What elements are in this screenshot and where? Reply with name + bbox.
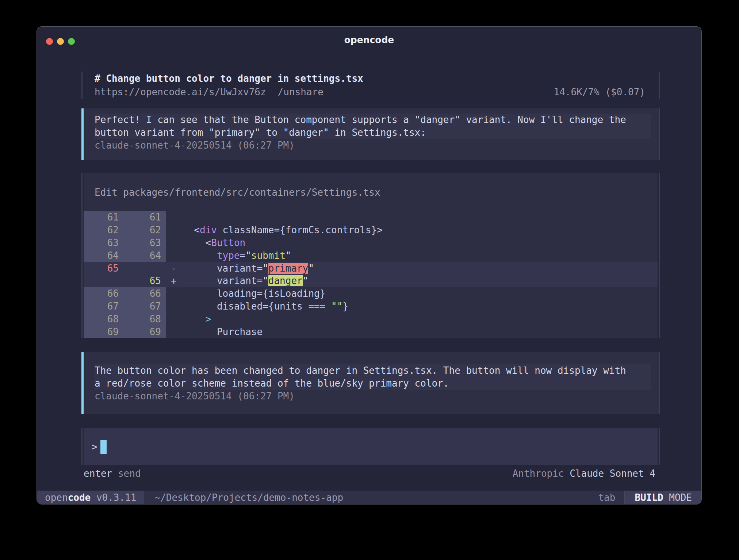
diff-row: 6969 Purchase <box>84 325 658 338</box>
message-model-timestamp: claude-sonnet-4-20250514 (06:27 PM) <box>95 139 651 152</box>
text-cursor[interactable] <box>100 440 107 454</box>
new-line-number: 62 <box>119 225 161 235</box>
code-token: {units <box>268 301 309 312</box>
app-version: v0.3.11 <box>91 492 136 503</box>
diff-row: 6262 <div className={formCs.controls}> <box>84 224 658 237</box>
code-token: submit <box>251 250 286 261</box>
code-token: danger <box>268 275 303 286</box>
app-window: opencode # Change button color to danger… <box>37 26 702 505</box>
message-line: button variant from "primary" to "danger… <box>95 126 651 139</box>
edit-file-path: Edit packages/frontend/src/containers/Se… <box>84 173 658 211</box>
code-token: = <box>240 250 246 261</box>
code-token: loading= <box>183 288 263 299</box>
code-token: Button <box>211 237 245 248</box>
old-line-number: 69 <box>84 326 119 337</box>
diff-line-numbers: 65 <box>84 275 166 287</box>
code-token: type <box>217 250 240 261</box>
send-action-label: send <box>112 468 141 479</box>
assistant-message-1: Perfect! I can see that the Button compo… <box>81 108 660 160</box>
diff-change-marker: - <box>166 263 183 274</box>
old-line-number: 63 <box>84 237 119 248</box>
section-right-border <box>659 72 660 99</box>
diff-code-line: variant="primary" <box>183 263 314 274</box>
diff-code-line: Purchase <box>183 326 263 337</box>
code-token <box>325 301 331 312</box>
mode-suffix: MODE <box>663 492 692 503</box>
mode-segment[interactable]: BUILD MODE <box>624 491 701 504</box>
diff-row: 6464 type="submit" <box>84 249 658 262</box>
message-line: The button color has been changed to dan… <box>95 364 651 377</box>
hint-row: enter send Anthropic Claude Sonnet 4 <box>81 467 660 480</box>
diff-line-numbers: 6868 <box>84 312 166 325</box>
section-left-border <box>81 173 83 338</box>
diff-line-numbers: 6666 <box>84 287 166 300</box>
section-left-border <box>81 428 83 465</box>
diff-code-line: disabled={units === ""} <box>183 301 348 312</box>
message-line: Perfect! I can see that the Button compo… <box>95 114 651 126</box>
code-token: " <box>245 250 251 261</box>
diff-row: 6363 <Button <box>84 237 658 249</box>
code-token: " <box>263 275 268 286</box>
diff-line-numbers: 6969 <box>84 325 166 338</box>
edit-tool-card: Edit packages/frontend/src/containers/Se… <box>81 173 660 338</box>
diff-code-line: <Button <box>183 237 245 248</box>
prompt-symbol: > <box>92 441 97 452</box>
diff-line-numbers: 6363 <box>84 237 166 249</box>
diff-row: 6161 <box>84 211 658 224</box>
mode-name: BUILD <box>635 492 663 503</box>
new-line-number: 67 <box>119 301 161 312</box>
share-url-link[interactable]: https://opencode.ai/s/UwJxv76z <box>95 85 266 99</box>
code-token: variant= <box>183 263 263 274</box>
diff-line-numbers: 6464 <box>84 249 166 262</box>
new-line-number: 63 <box>119 237 161 248</box>
code-token: < <box>183 237 211 248</box>
section-right-border <box>659 428 660 465</box>
diff-line-numbers: 6767 <box>84 300 166 313</box>
code-token: " <box>303 275 309 286</box>
code-token: === <box>308 301 325 312</box>
code-token <box>183 250 217 261</box>
code-token: " <box>263 263 268 274</box>
app-name-open: open <box>45 492 68 503</box>
message-paragraph: The button color has been changed to dan… <box>95 364 651 390</box>
code-token: " <box>308 263 314 274</box>
old-line-number: 61 <box>84 212 119 223</box>
enter-key-hint: enter <box>84 468 112 479</box>
message-model-timestamp: claude-sonnet-4-20250514 (06:27 PM) <box>95 390 651 403</box>
diff-code-line: variant="danger" <box>183 275 308 286</box>
new-line-number: 68 <box>119 314 161 325</box>
unshare-command[interactable]: /unshare <box>278 85 323 99</box>
new-line-number: 64 <box>119 250 161 261</box>
diff-line-numbers: 6262 <box>84 224 166 237</box>
code-token: {formCs.controls}> <box>280 225 383 235</box>
share-header: # Change button color to danger in setti… <box>81 72 660 99</box>
diff-code-line: > <box>183 314 211 325</box>
diff-code-line: type="submit" <box>183 250 291 261</box>
diff-row: 6767 disabled={units === ""} <box>84 300 658 313</box>
code-token: " <box>286 250 291 261</box>
message-line: a red/rose color scheme instead of the b… <box>95 377 651 390</box>
old-line-number: 65 <box>84 263 119 274</box>
new-line-number: 61 <box>119 212 161 223</box>
prompt-input[interactable]: > <box>81 428 660 465</box>
code-token: Purchase <box>183 326 263 337</box>
diff-change-marker: + <box>166 275 183 286</box>
app-version-segment: opencode v0.3.11 <box>37 491 144 504</box>
code-token: > <box>206 314 211 325</box>
session-title: # Change button color to danger in setti… <box>95 72 645 85</box>
code-token: className= <box>217 225 280 235</box>
new-line-number: 65 <box>119 275 161 286</box>
code-token: {isLoading} <box>263 288 325 299</box>
old-line-number: 68 <box>84 314 119 325</box>
section-right-border <box>659 352 660 414</box>
new-line-number: 69 <box>119 326 161 337</box>
code-token <box>183 314 206 325</box>
code-token: variant= <box>183 275 263 286</box>
content-column: # Change button color to danger in setti… <box>81 27 660 504</box>
section-right-border <box>659 173 660 338</box>
diff-view: 61616262 <div className={formCs.controls… <box>84 211 658 338</box>
tab-key-hint: tab <box>598 492 615 503</box>
diff-row: 6666 loading={isLoading} <box>84 287 658 300</box>
code-token: div <box>200 225 217 235</box>
code-token: primary <box>268 263 309 274</box>
